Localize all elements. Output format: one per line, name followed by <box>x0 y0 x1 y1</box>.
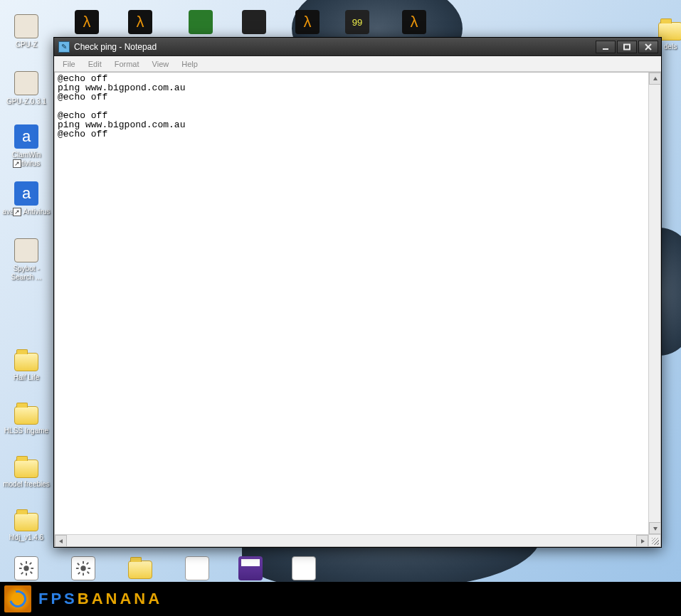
svg-rect-6 <box>30 571 33 574</box>
app-icon: λ <box>75 10 99 34</box>
desktop-icon[interactable] <box>171 556 223 583</box>
app-icon <box>14 14 38 38</box>
desktop-icon-label: ClamWin Antivirus <box>0 151 53 168</box>
svg-rect-4 <box>31 568 33 569</box>
resize-grip[interactable] <box>648 534 660 546</box>
svg-rect-1 <box>26 561 27 564</box>
app-icon: 99 <box>345 10 369 34</box>
folder-icon <box>14 353 38 371</box>
scroll-track[interactable] <box>649 85 660 522</box>
svg-marker-23 <box>653 527 658 531</box>
folder-icon <box>14 513 38 531</box>
desktop-icon[interactable]: λ <box>281 10 334 36</box>
svg-rect-10 <box>83 561 84 564</box>
scroll-left-button[interactable] <box>55 535 67 547</box>
svg-rect-7 <box>29 562 32 565</box>
app-icon <box>71 556 95 580</box>
svg-rect-19 <box>624 44 630 49</box>
svg-rect-15 <box>87 571 90 574</box>
svg-rect-8 <box>21 572 23 575</box>
notepad-icon: ✎ <box>58 41 70 53</box>
svg-rect-16 <box>86 562 89 565</box>
folder-icon <box>128 561 152 579</box>
svg-rect-5 <box>20 563 23 565</box>
desktop-icon[interactable] <box>114 556 167 581</box>
shortcut-overlay-icon: ↗ <box>13 208 21 216</box>
desktop-icon[interactable] <box>228 10 280 36</box>
scroll-down-button[interactable] <box>649 522 661 534</box>
desktop-icon[interactable]: Spybot - Search ... <box>0 238 53 282</box>
scroll-right-button[interactable] <box>636 535 648 547</box>
svg-point-9 <box>80 565 85 570</box>
desktop[interactable]: CPU-ZGPU-Z.0.3.1a↗ClamWin Antivirusa↗ava… <box>0 0 681 616</box>
app-icon <box>292 556 316 580</box>
svg-rect-3 <box>19 568 22 569</box>
svg-marker-24 <box>59 539 63 543</box>
desktop-icon[interactable] <box>0 556 53 583</box>
fpsbanana-logo-icon <box>4 585 31 612</box>
desktop-icon[interactable]: hldj_v1.4.6 <box>0 509 53 542</box>
desktop-icon[interactable]: λ <box>60 10 113 36</box>
notepad-window[interactable]: ✎ Check ping - Notepad File Edit Format … <box>53 37 662 548</box>
app-icon <box>238 556 263 580</box>
desktop-icon[interactable]: CPU-Z <box>0 14 53 49</box>
app-icon <box>185 556 209 580</box>
text-content[interactable]: @echo off ping www.bigpond.com.au @echo … <box>55 73 648 534</box>
desktop-icon-label: Spybot - Search ... <box>0 265 53 282</box>
menu-help[interactable]: Help <box>176 58 204 70</box>
menu-file[interactable]: File <box>57 58 81 70</box>
app-icon: λ <box>295 10 320 34</box>
svg-rect-13 <box>88 568 90 569</box>
menu-edit[interactable]: Edit <box>83 58 107 70</box>
svg-rect-14 <box>77 563 80 565</box>
svg-point-0 <box>23 565 28 570</box>
desktop-icon-label: CPU-Z <box>0 41 53 49</box>
svg-rect-12 <box>76 568 79 569</box>
editor-area: @echo off ping www.bigpond.com.au @echo … <box>54 72 661 547</box>
scrollbar-vertical[interactable] <box>648 73 660 534</box>
scroll-track[interactable] <box>67 535 636 546</box>
shortcut-overlay-icon: ↗ <box>13 159 21 168</box>
app-icon <box>14 556 38 580</box>
folder-icon <box>14 460 38 478</box>
svg-marker-25 <box>641 539 645 543</box>
desktop-icon[interactable]: HLSS Ingame <box>0 402 53 435</box>
app-icon: a <box>14 124 38 149</box>
fpsbanana-wordmark: FPS BANANA <box>38 590 162 608</box>
scroll-up-button[interactable] <box>649 73 661 85</box>
desktop-icon[interactable]: GPU-Z.0.3.1 <box>0 71 53 106</box>
desktop-icon[interactable] <box>57 556 110 583</box>
minimize-button[interactable] <box>596 41 616 53</box>
maximize-button[interactable] <box>617 41 637 53</box>
desktop-icon-label: avast! Antivirus <box>0 208 53 216</box>
desktop-icon[interactable]: Half Life <box>0 349 53 382</box>
menu-view[interactable]: View <box>147 58 175 70</box>
menu-format[interactable]: Format <box>109 58 145 70</box>
desktop-icon-label: HLSS Ingame <box>0 427 53 435</box>
window-title: Check ping - Notepad <box>74 42 157 52</box>
desktop-icon-label: hldj_v1.4.6 <box>0 533 53 542</box>
scrollbar-horizontal[interactable] <box>55 534 648 546</box>
desktop-icon[interactable] <box>278 556 330 583</box>
app-icon <box>14 71 38 95</box>
folder-icon <box>14 406 38 425</box>
svg-rect-17 <box>78 572 80 575</box>
svg-rect-11 <box>83 573 84 575</box>
titlebar[interactable]: ✎ Check ping - Notepad <box>54 38 661 56</box>
desktop-icon[interactable]: a↗ClamWin Antivirus <box>0 124 53 168</box>
desktop-icon-label: Half Life <box>0 373 53 382</box>
desktop-icon[interactable] <box>224 556 277 583</box>
desktop-icon[interactable]: a↗avast! Antivirus <box>0 181 53 216</box>
svg-rect-2 <box>26 573 27 575</box>
desktop-icon-label: model freebies <box>0 480 53 489</box>
app-icon: λ <box>128 10 152 34</box>
desktop-icon[interactable]: model freebies <box>0 455 53 489</box>
close-button[interactable] <box>638 41 658 53</box>
desktop-icon[interactable]: λ <box>388 10 440 36</box>
app-icon <box>189 10 213 34</box>
fpsbanana-banner: FPS BANANA <box>0 582 681 616</box>
app-icon: λ <box>402 10 426 34</box>
svg-marker-22 <box>653 77 658 80</box>
app-icon <box>242 10 266 34</box>
app-icon: a <box>14 181 38 206</box>
